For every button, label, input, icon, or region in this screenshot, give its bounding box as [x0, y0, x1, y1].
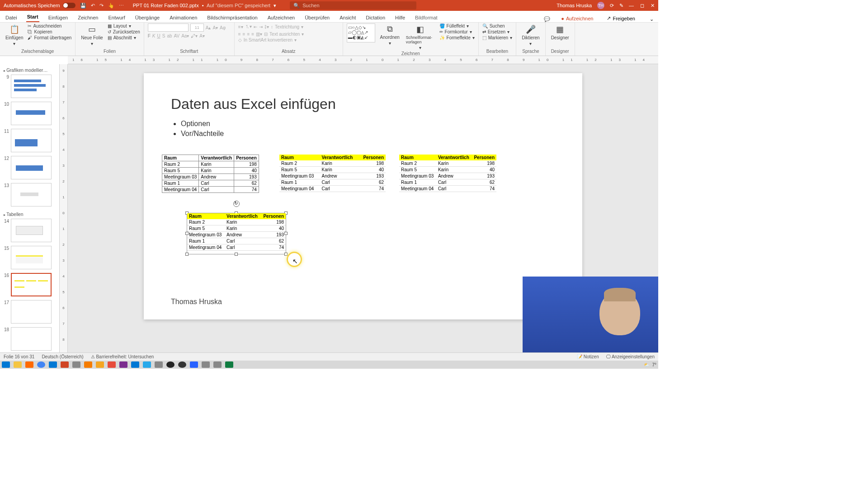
highlight-button[interactable]: 🖍▾: [191, 33, 198, 38]
font-size-select[interactable]: 11: [190, 23, 204, 32]
tab-zeichnen[interactable]: Zeichnen: [77, 13, 99, 22]
thumb-12[interactable]: [11, 156, 52, 179]
edge-icon[interactable]: [49, 361, 57, 368]
chrome-icon[interactable]: [37, 361, 45, 368]
app-icon[interactable]: [96, 361, 104, 368]
increase-font-icon[interactable]: A▴: [206, 25, 211, 30]
app-icon[interactable]: [155, 361, 163, 368]
start-button[interactable]: [2, 361, 10, 368]
thumb-10[interactable]: [11, 102, 52, 125]
comments-icon[interactable]: 💬: [544, 16, 550, 22]
maximize-icon[interactable]: ◻: [640, 3, 644, 9]
tab-einfuegen[interactable]: Einfügen: [47, 13, 69, 22]
table-bordered[interactable]: RaumVerantwortlichPersonen Raum 2Karin19…: [162, 155, 259, 193]
onenote-icon[interactable]: [119, 361, 127, 368]
clear-format-icon[interactable]: Aφ: [220, 25, 226, 30]
shape-effects-button[interactable]: ✨Formeffekte▾: [439, 35, 475, 40]
copy-button[interactable]: ⿻Kopieren: [28, 29, 71, 34]
table-yellow-selected[interactable]: RaumVerantwortlichPersonen Raum 2Karin19…: [187, 213, 286, 251]
minimize-icon[interactable]: —: [629, 3, 634, 9]
slide-title[interactable]: Daten aus Excel einfügen: [171, 96, 555, 113]
autosave-toggle[interactable]: Automatisches Speichern: [4, 3, 75, 8]
obs-icon[interactable]: [166, 361, 175, 368]
tab-uebergaenge[interactable]: Übergänge: [134, 13, 160, 22]
record-button[interactable]: ●Aufzeichnen: [558, 15, 596, 22]
user-avatar[interactable]: TH: [597, 2, 604, 9]
language-indicator[interactable]: Deutsch (Österreich): [42, 354, 83, 359]
decrease-font-icon[interactable]: A▾: [212, 25, 218, 30]
align-right-icon[interactable]: ≡: [247, 32, 250, 37]
excel-icon[interactable]: [225, 361, 233, 368]
section-header[interactable]: Grafiken modellier…: [3, 66, 57, 75]
display-settings-button[interactable]: 🖵 Anzeigeeinstellungen: [606, 354, 655, 359]
vscode-icon[interactable]: [131, 361, 139, 368]
table-yellow-3[interactable]: RaumVerantwortlichPersonen Raum 2Karin19…: [399, 155, 496, 192]
thumb-14[interactable]: [11, 219, 52, 242]
reset-button[interactable]: ↺Zurücksetzen: [108, 29, 140, 34]
vlc-icon[interactable]: [84, 361, 92, 368]
app-icon[interactable]: [108, 361, 116, 368]
system-tray[interactable]: ⛅ 7°: [644, 362, 656, 367]
user-name[interactable]: Thomas Hruska: [557, 3, 592, 8]
font-color-button[interactable]: A▾: [199, 33, 205, 38]
strike-button[interactable]: S: [162, 33, 165, 38]
designer-button[interactable]: ▦Designer: [549, 23, 571, 41]
more-icon[interactable]: ⋯: [119, 3, 124, 9]
tab-entwurf[interactable]: Entwurf: [107, 13, 126, 22]
numbering-icon[interactable]: ⒈▾: [245, 23, 252, 30]
resize-handle[interactable]: [284, 253, 288, 256]
tab-ansicht[interactable]: Ansicht: [339, 13, 357, 22]
powerpoint-icon[interactable]: [61, 361, 69, 368]
section-header-2[interactable]: Tabellen: [3, 210, 57, 219]
font-family-select[interactable]: [148, 23, 189, 32]
indent-dec-icon[interactable]: ⇤: [254, 24, 257, 29]
indent-inc-icon[interactable]: ⇥: [259, 24, 263, 29]
bold-button[interactable]: F: [148, 33, 151, 38]
columns-icon[interactable]: ▥▾: [256, 32, 262, 37]
app-icon[interactable]: [213, 361, 222, 368]
tab-animationen[interactable]: Animationen: [169, 13, 198, 22]
tab-datei[interactable]: Datei: [5, 13, 18, 22]
shapes-gallery[interactable]: ▭○△◇↘▱◯▢◬↗▬◐▣◭↙: [347, 23, 376, 42]
tab-bildschirm[interactable]: Bildschirmpräsentation: [206, 13, 258, 22]
table-yellow-2[interactable]: RaumVerantwortlichPersonen Raum 2Karin19…: [279, 155, 386, 192]
thumb-16[interactable]: [11, 273, 52, 296]
pen-icon[interactable]: ✎: [619, 3, 623, 9]
tab-ueberpruefen[interactable]: Überprüfen: [304, 13, 330, 22]
zoom-icon[interactable]: [190, 361, 198, 368]
thumb-9[interactable]: [11, 75, 52, 98]
format-painter-button[interactable]: 🖌Format übertragen: [28, 35, 71, 40]
slide-bullets[interactable]: Optionen Vor/Nachteile: [181, 120, 555, 138]
tab-dictation[interactable]: Dictation: [365, 13, 386, 22]
slide-canvas[interactable]: Daten aus Excel einfügen Optionen Vor/Na…: [144, 73, 582, 319]
rotate-handle[interactable]: [233, 201, 240, 207]
tab-bildformat[interactable]: Bildformat: [414, 13, 439, 22]
save-icon[interactable]: 💾: [80, 3, 86, 9]
thumb-13[interactable]: [11, 183, 52, 206]
slide-thumbnails[interactable]: Grafiken modellier… 9 10 11 12 13 Tabell…: [0, 64, 60, 353]
thumb-11[interactable]: [11, 129, 52, 152]
shadow-button[interactable]: ab: [167, 33, 172, 38]
tab-start[interactable]: Start: [26, 12, 39, 22]
thumb-15[interactable]: [11, 246, 52, 269]
app-icon[interactable]: [178, 361, 186, 368]
share-button[interactable]: ↗Freigeben: [604, 14, 638, 22]
paste-button[interactable]: 📋Einfügen▾: [4, 23, 25, 47]
touch-mode-icon[interactable]: 👆: [108, 3, 114, 9]
shape-fill-button[interactable]: 🪣Fülleffekt▾: [439, 23, 475, 28]
accessibility-check[interactable]: ⚠ Barrierefreiheit: Untersuchen: [91, 354, 154, 359]
redo-icon[interactable]: ↷: [99, 3, 104, 9]
tab-aufzeichnen[interactable]: Aufzeichnen: [267, 13, 296, 22]
search-box[interactable]: 🔍 Suchen: [290, 1, 416, 9]
app-icon[interactable]: [202, 361, 210, 368]
sync-icon[interactable]: ⟳: [610, 3, 614, 9]
layout-button[interactable]: ▦Layout▾: [108, 23, 140, 28]
close-icon[interactable]: ✕: [651, 3, 655, 9]
dictate-button[interactable]: 🎤Diktieren▾: [520, 23, 541, 47]
thumb-17[interactable]: [11, 300, 52, 324]
align-justify-icon[interactable]: ≡: [251, 32, 254, 37]
case-button[interactable]: Aa▾: [181, 33, 189, 38]
replace-button[interactable]: ⇄Ersetzen▾: [482, 29, 512, 34]
toggle-off-icon[interactable]: [63, 3, 75, 8]
weather-icon[interactable]: ⛅: [644, 362, 649, 367]
